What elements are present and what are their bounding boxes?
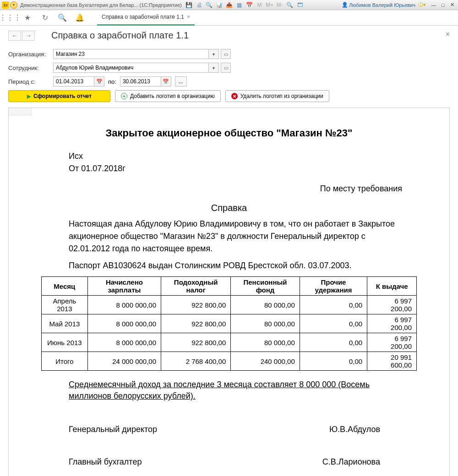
table-cell: 240 000,00 (231, 352, 300, 371)
m-minus-icon[interactable]: M- (276, 1, 284, 9)
emp-dropdown-icon[interactable]: ▾ (209, 63, 219, 73)
table-row: Июнь 20138 000 000,00922 800,0080 000,00… (42, 333, 417, 352)
favorites-icon[interactable]: ★ (23, 13, 32, 22)
table-cell: Итого (42, 352, 88, 371)
table-cell: 0,00 (300, 333, 367, 352)
table-icon[interactable]: ▦ (236, 1, 243, 9)
bell-icon[interactable]: 🔔 (75, 13, 84, 22)
period-label: Период с: (8, 78, 53, 85)
dropdown-icon[interactable]: ▾ (10, 1, 17, 9)
date-from-input[interactable] (53, 76, 94, 87)
table-cell: 6 997 200,00 (367, 333, 417, 352)
calendar-icon[interactable]: 📅 (246, 1, 253, 9)
generate-report-button[interactable]: ▶ Сформировать отчет (8, 90, 110, 102)
add-logo-button[interactable]: + Добавить логотип в организацию (115, 90, 221, 102)
emp-label: Сотрудник: (8, 65, 53, 71)
zoom-icon[interactable]: 🔍 (286, 1, 294, 9)
app-logo-icon: 1c (2, 1, 9, 9)
page-content: ← → Справка о заработной плате 1.1 × Орг… (0, 26, 458, 476)
print-icon[interactable]: 🖨 (196, 1, 203, 9)
export-icon[interactable]: 📤 (226, 1, 233, 9)
date-from-calendar-icon[interactable]: 📅 (94, 76, 104, 87)
table-cell: 922 800,00 (161, 333, 231, 352)
table-cell: 6 997 200,00 (367, 314, 417, 333)
doc-heading: Справка (41, 203, 417, 213)
date-to-calendar-icon[interactable]: 📅 (161, 76, 171, 87)
isx-label: Исх (69, 150, 417, 162)
page-close-icon[interactable]: × (446, 30, 450, 38)
table-row: Май 20138 000 000,00922 800,0080 000,000… (42, 314, 417, 333)
delete-icon: ✕ (231, 93, 238, 99)
compare-icon[interactable]: 📊 (216, 1, 223, 9)
search-icon[interactable]: 🔍 (58, 13, 67, 22)
titlebar: 1c ▾ Демонстрационная база Бухгалтерия д… (0, 0, 458, 10)
nav-back-button[interactable]: ← (8, 31, 21, 41)
maximize-button[interactable]: □ (439, 1, 447, 9)
add-logo-label: Добавить логотип в организацию (130, 93, 215, 99)
windows-icon[interactable]: 🗖 (296, 1, 304, 9)
emp-input[interactable] (53, 63, 209, 73)
table-header-cell: Пенсионный фонд (231, 277, 300, 296)
generate-label: Сформировать отчет (33, 93, 92, 99)
sig1-title: Генеральный директор (69, 425, 157, 434)
place-line: По месту требования (41, 184, 402, 194)
date-line: От 01.07.2018г (69, 162, 417, 175)
table-cell: Май 2013 (42, 314, 88, 333)
history-icon[interactable]: ↻ (40, 13, 49, 22)
plus-icon: + (121, 93, 127, 99)
table-cell: Июнь 2013 (42, 333, 88, 352)
apps-icon[interactable]: ⋮⋮⋮ (5, 13, 15, 22)
page-header: ← → Справка о заработной плате 1.1 × (8, 30, 450, 41)
table-row: Итого24 000 000,002 768 400,00240 000,00… (42, 352, 417, 371)
save-icon[interactable]: 💾 (185, 1, 193, 9)
report-area: Закрытое акционерное общество "Магазин №… (8, 108, 450, 476)
table-cell: 8 000 000,00 (87, 296, 161, 314)
table-header-cell: Прочие удержания (300, 277, 367, 296)
tab-active[interactable]: Справка о заработной плате 1.1 × (97, 10, 195, 26)
delete-logo-label: Удалить логотип из организации (240, 93, 323, 99)
body-text-1: Настоящая дана Абдулову Юрию Владимирови… (69, 218, 402, 255)
info-icon[interactable]: ⓘ▾ (418, 1, 426, 8)
delete-logo-button[interactable]: ✕ Удалить логотип из организации (225, 90, 329, 102)
table-cell: 80 000,00 (231, 314, 300, 333)
table-cell: 0,00 (300, 352, 367, 371)
table-cell: 0,00 (300, 296, 367, 314)
table-row: Апрель 20138 000 000,00922 800,0080 000,… (42, 296, 417, 314)
minimize-button[interactable]: — (430, 1, 438, 9)
sig2-title: Главный бухгалтер (69, 457, 142, 467)
table-header-cell: Начислено зарплаты (87, 277, 161, 296)
body-text-2: Паспорт АВ1030624 выдан Столинским РОВД … (69, 260, 402, 272)
table-cell: 8 000 000,00 (87, 333, 161, 352)
current-user[interactable]: 👤 Любимов Валерий Юрьевич (342, 2, 415, 8)
org-input[interactable] (53, 49, 209, 59)
org-open-icon[interactable]: ▭ (221, 49, 231, 59)
table-cell: 922 800,00 (161, 296, 231, 314)
main-toolbar: ⋮⋮⋮ ★ ↻ 🔍 🔔 Справка о заработной плате 1… (0, 10, 458, 26)
preview-icon[interactable]: 🔍 (206, 1, 213, 9)
sheet-tab-stub[interactable] (9, 108, 32, 115)
date-to-input[interactable] (120, 76, 161, 87)
table-cell: Апрель 2013 (42, 296, 88, 314)
po-label: по: (108, 78, 116, 85)
m-plus-icon[interactable]: M+ (266, 1, 273, 9)
close-button[interactable]: ✕ (448, 1, 456, 9)
action-bar: ▶ Сформировать отчет + Добавить логотип … (8, 90, 450, 102)
table-cell: 6 997 200,00 (367, 296, 417, 314)
table-cell: 80 000,00 (231, 296, 300, 314)
emp-open-icon[interactable]: ▭ (221, 63, 231, 73)
table-cell: 20 991 600,00 (367, 352, 417, 371)
table-cell: 2 768 400,00 (161, 352, 231, 371)
nav-forward-button[interactable]: → (22, 31, 35, 41)
table-cell: 0,00 (300, 314, 367, 333)
titlebar-icons: 💾 🖨 🔍 📊 📤 ▦ 📅 M M+ M- 🔍 🗖 (185, 1, 304, 9)
user-name-label: Любимов Валерий Юрьевич (349, 2, 415, 8)
table-cell: 8 000 000,00 (87, 314, 161, 333)
period-more-button[interactable]: ... (175, 76, 187, 87)
tab-close-icon[interactable]: × (187, 14, 190, 20)
table-header-row: МесяцНачислено зарплатыПодоходный налогП… (42, 277, 417, 296)
org-dropdown-icon[interactable]: ▾ (209, 49, 219, 59)
sig2-name: С.В.Ларионова (322, 457, 380, 467)
page-title: Справка о заработной плате 1.1 (51, 30, 189, 41)
m-icon[interactable]: M (256, 1, 263, 9)
table-header-cell: К выдаче (367, 277, 417, 296)
